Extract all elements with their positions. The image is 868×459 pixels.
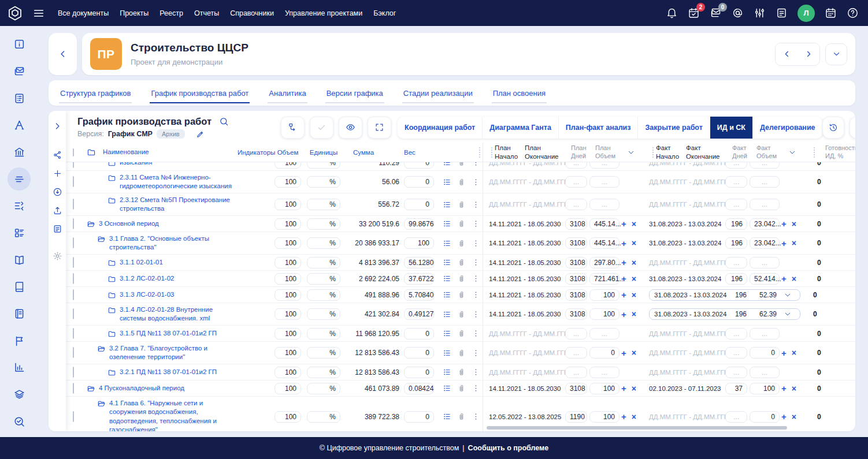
row-checkbox[interactable]: [73, 308, 74, 319]
row-menu-button[interactable]: [472, 178, 480, 186]
list-indicators-icon[interactable]: [443, 368, 451, 376]
value-box[interactable]: 100: [589, 383, 620, 394]
add-fact-button[interactable]: +: [781, 239, 787, 248]
value-box[interactable]: 196: [725, 273, 747, 285]
clear-fact-button[interactable]: ×: [792, 413, 796, 421]
paperclip-icon[interactable]: [457, 329, 466, 338]
value-box[interactable]: %: [307, 162, 340, 169]
sidebar-item-mail-docs[interactable]: [8, 60, 31, 83]
paperclip-icon[interactable]: [457, 349, 466, 357]
add-fact-button[interactable]: +: [621, 290, 626, 299]
row-menu-button[interactable]: [472, 200, 480, 209]
fact-volume[interactable]: 52.39: [747, 291, 777, 299]
value-box[interactable]: 0: [404, 199, 434, 210]
fact-dates[interactable]: ДД.ММ.ГГГГ - ДД.ММ.ГГГГ: [649, 178, 723, 185]
tree-flow-button[interactable]: [281, 117, 305, 139]
plan-dates[interactable]: 14.11.2021 - 18.05.2030: [489, 311, 563, 318]
indicators-list-button[interactable]: [443, 219, 451, 228]
row-name[interactable]: 3.1.5 ПД №11 38 07-01-01и2 ГП: [120, 329, 217, 338]
search-icon[interactable]: [219, 117, 229, 126]
tab-0[interactable]: Структура графиков: [59, 89, 132, 103]
dots-vertical-icon[interactable]: [472, 412, 480, 421]
user-avatar[interactable]: Л: [797, 5, 815, 22]
clear-fact-button[interactable]: ×: [792, 220, 796, 228]
list-indicators-icon[interactable]: [443, 412, 451, 421]
fact-expand[interactable]: [784, 291, 792, 299]
plus-rail-button[interactable]: [51, 167, 63, 179]
note-button[interactable]: [776, 7, 788, 19]
row-menu-button[interactable]: [472, 329, 480, 338]
row-menu-button[interactable]: [472, 412, 480, 421]
indicators-list-button[interactable]: [443, 329, 451, 338]
row-name[interactable]: 2.3.11 Смета №4 Инженерно-гидрометеороло…: [120, 173, 233, 191]
value-box[interactable]: %: [307, 328, 340, 339]
menu-item-3[interactable]: Отчеты: [194, 9, 219, 17]
clear-fact-button[interactable]: ×: [792, 275, 796, 283]
value-box[interactable]: %: [307, 367, 340, 378]
view-button-1[interactable]: Диаграмма Ганта: [482, 117, 558, 139]
value-box[interactable]: ...: [750, 162, 780, 169]
column-resize-handle[interactable]: [814, 147, 815, 158]
sidebar-item-drafting[interactable]: [8, 114, 31, 137]
indicators-list-button[interactable]: [443, 178, 451, 186]
attachments-button[interactable]: [457, 349, 466, 357]
indicators-list-button[interactable]: [443, 368, 451, 376]
row-name[interactable]: 3 Основной период: [99, 219, 159, 229]
plan-dates[interactable]: 14.11.2021 - 18.05.2030: [489, 259, 563, 266]
sidebar-item-book[interactable]: [8, 275, 31, 298]
row-checkbox[interactable]: [73, 411, 74, 422]
chevron-down-icon[interactable]: [788, 148, 796, 156]
value-box[interactable]: ...: [725, 411, 747, 423]
fact-expand[interactable]: [784, 310, 792, 318]
back-button[interactable]: [49, 33, 77, 75]
value-box[interactable]: 100: [275, 367, 301, 378]
chevron-right-rail-button[interactable]: [51, 120, 63, 132]
value-box[interactable]: 0: [750, 411, 780, 423]
clear-fact-button[interactable]: ×: [632, 291, 636, 299]
add-fact-button[interactable]: +: [621, 412, 626, 421]
value-box[interactable]: 37.6722: [404, 273, 434, 285]
dots-vertical-icon[interactable]: [472, 349, 480, 357]
value-box[interactable]: ...: [725, 199, 747, 210]
add-fact-button[interactable]: +: [781, 219, 787, 228]
dots-vertical-icon[interactable]: [472, 258, 480, 267]
menu-item-5[interactable]: Управление проектами: [285, 9, 362, 17]
row-name[interactable]: 3.1.3 ЛС-02-01-03: [120, 290, 175, 300]
value-box[interactable]: 0: [404, 162, 434, 169]
menu-item-4[interactable]: Справочники: [230, 9, 274, 17]
row-menu-button[interactable]: [472, 368, 480, 376]
fact-dates[interactable]: 31.08.2023 - 13.03.2024: [649, 240, 723, 247]
list-indicators-icon[interactable]: [443, 162, 451, 167]
value-box[interactable]: 23.042...: [750, 218, 780, 230]
value-box[interactable]: 52.414...: [750, 273, 780, 285]
value-box[interactable]: ...: [565, 162, 587, 169]
value-box[interactable]: ...: [589, 199, 620, 210]
value-box[interactable]: ...: [725, 347, 747, 359]
row-menu-button[interactable]: [472, 274, 480, 283]
attachments-button[interactable]: [457, 329, 466, 338]
clear-fact-button[interactable]: ×: [632, 259, 636, 267]
more-options-button[interactable]: [850, 117, 855, 139]
indicators-list-button[interactable]: [443, 349, 451, 357]
chevron-down-icon[interactable]: [784, 291, 792, 299]
attachments-button[interactable]: [457, 274, 466, 283]
value-box[interactable]: 100: [275, 289, 301, 301]
tab-1[interactable]: График производства работ: [150, 89, 250, 103]
dots-vertical-icon[interactable]: [472, 274, 480, 283]
sidebar-item-layers[interactable]: [8, 383, 31, 406]
value-box[interactable]: 100: [275, 411, 301, 423]
list-indicators-icon[interactable]: [443, 178, 451, 186]
value-box[interactable]: 0: [589, 347, 620, 359]
attachments-button[interactable]: [457, 200, 466, 209]
value-box[interactable]: 100: [275, 347, 301, 359]
view-button-4[interactable]: ИД и СК: [710, 117, 752, 139]
menu-item-6[interactable]: Бэклог: [373, 9, 396, 17]
at-button[interactable]: [732, 7, 744, 19]
indicators-list-button[interactable]: [443, 162, 451, 167]
calendar-check-button[interactable]: 2: [688, 7, 700, 19]
value-box[interactable]: 196: [725, 237, 747, 249]
list-indicators-icon[interactable]: [443, 258, 451, 267]
value-box[interactable]: 100: [275, 273, 301, 285]
row-name[interactable]: 4 Пусконаладочный период: [99, 384, 184, 393]
dots-vertical-icon[interactable]: [472, 239, 480, 248]
